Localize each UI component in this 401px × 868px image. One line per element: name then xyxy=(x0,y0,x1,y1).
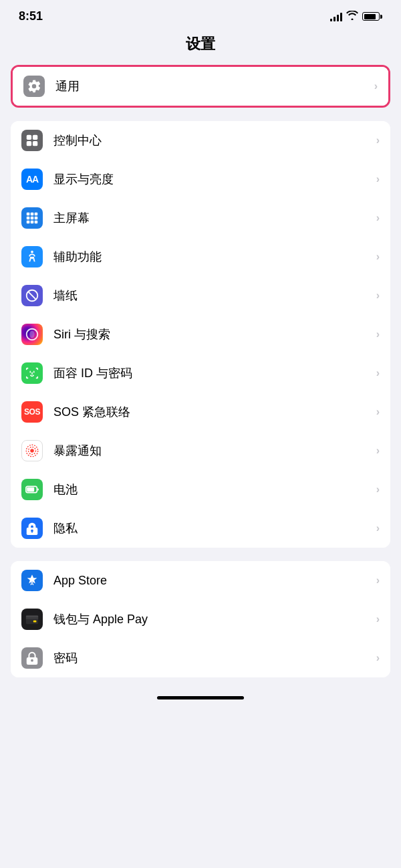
sos-icon: SOS xyxy=(21,401,43,423)
section-main: 控制中心 › AA 显示与亮度 › 主屏幕 › xyxy=(11,121,390,548)
display-label: 显示与亮度 xyxy=(53,171,376,187)
sos-label: SOS 紧急联络 xyxy=(53,404,376,420)
settings-item-general[interactable]: 通用 › xyxy=(13,67,388,106)
control-center-label: 控制中心 xyxy=(53,132,376,148)
svg-rect-0 xyxy=(27,135,31,140)
svg-rect-20 xyxy=(27,487,34,492)
exposure-chevron: › xyxy=(376,445,380,457)
wallet-icon xyxy=(21,609,43,630)
general-label: 通用 xyxy=(55,78,374,94)
sos-chevron: › xyxy=(376,406,380,418)
svg-rect-8 xyxy=(31,217,34,220)
wallet-chevron: › xyxy=(376,613,380,625)
svg-rect-6 xyxy=(35,213,38,216)
battery-icon xyxy=(362,12,382,21)
settings-item-sos[interactable]: SOS SOS 紧急联络 › xyxy=(11,393,390,431)
svg-rect-1 xyxy=(33,135,37,140)
exposure-label: 暴露通知 xyxy=(53,443,376,459)
siri-label: Siri 与搜索 xyxy=(53,326,376,342)
section-apps: A App Store › 钱包与 Apple Pay › 密码 xyxy=(11,561,390,677)
svg-rect-2 xyxy=(27,141,31,146)
svg-rect-7 xyxy=(27,217,30,220)
exposure-icon xyxy=(21,440,43,461)
page-title: 设置 xyxy=(0,29,401,65)
home-bar xyxy=(157,696,244,699)
passwords-icon xyxy=(21,647,43,669)
siri-chevron: › xyxy=(376,328,380,340)
battery-label: 电池 xyxy=(53,481,376,498)
svg-rect-28 xyxy=(26,616,38,617)
faceid-chevron: › xyxy=(376,367,380,379)
general-icon xyxy=(23,76,45,97)
section-general: 通用 › xyxy=(11,65,390,108)
siri-icon xyxy=(21,324,43,345)
accessibility-label: 辅助功能 xyxy=(53,249,376,265)
settings-item-appstore[interactable]: A App Store › xyxy=(11,561,390,600)
svg-text:A: A xyxy=(30,580,34,586)
homescreen-chevron: › xyxy=(376,212,380,224)
control-center-chevron: › xyxy=(376,134,380,146)
settings-item-faceid[interactable]: 面容 ID 与密码 › xyxy=(11,354,390,393)
svg-rect-23 xyxy=(31,531,32,533)
privacy-label: 隐私 xyxy=(53,520,376,536)
svg-rect-11 xyxy=(31,221,34,224)
general-chevron: › xyxy=(374,80,378,92)
display-chevron: › xyxy=(376,173,380,185)
battery-chevron: › xyxy=(376,483,380,496)
signal-icon xyxy=(330,12,342,21)
battery-settings-icon xyxy=(21,479,43,500)
status-time: 8:51 xyxy=(19,9,43,23)
privacy-chevron: › xyxy=(376,522,380,534)
svg-rect-9 xyxy=(35,217,38,220)
appstore-chevron: › xyxy=(376,574,380,586)
svg-rect-26 xyxy=(26,617,38,619)
accessibility-icon xyxy=(21,246,43,267)
svg-rect-3 xyxy=(33,141,37,146)
svg-point-13 xyxy=(31,251,33,253)
wallet-label: 钱包与 Apple Pay xyxy=(53,611,376,627)
settings-item-siri[interactable]: Siri 与搜索 › xyxy=(11,315,390,354)
settings-item-homescreen[interactable]: 主屏幕 › xyxy=(11,199,390,237)
passwords-label: 密码 xyxy=(53,650,376,666)
privacy-icon xyxy=(21,518,43,539)
homescreen-icon xyxy=(21,207,43,229)
wifi-icon xyxy=(346,11,358,22)
status-icons xyxy=(330,11,382,22)
faceid-icon xyxy=(21,362,43,384)
wallpaper-icon xyxy=(21,285,43,306)
display-icon: AA xyxy=(21,169,43,190)
svg-rect-12 xyxy=(35,221,38,224)
control-center-icon xyxy=(21,130,43,151)
settings-item-privacy[interactable]: 隐私 › xyxy=(11,509,390,548)
settings-item-control-center[interactable]: 控制中心 › xyxy=(11,121,390,160)
faceid-label: 面容 ID 与密码 xyxy=(53,365,376,381)
wallpaper-label: 墙纸 xyxy=(53,288,376,304)
appstore-icon: A xyxy=(21,570,43,591)
settings-item-display[interactable]: AA 显示与亮度 › xyxy=(11,160,390,199)
passwords-chevron: › xyxy=(376,652,380,664)
accessibility-chevron: › xyxy=(376,251,380,263)
settings-item-wallet[interactable]: 钱包与 Apple Pay › xyxy=(11,600,390,639)
settings-item-wallpaper[interactable]: 墙纸 › xyxy=(11,276,390,315)
svg-point-14 xyxy=(29,331,34,338)
svg-rect-10 xyxy=(27,221,30,224)
settings-item-accessibility[interactable]: 辅助功能 › xyxy=(11,237,390,276)
homescreen-label: 主屏幕 xyxy=(53,210,376,226)
appstore-label: App Store xyxy=(53,574,376,588)
svg-rect-5 xyxy=(31,213,34,216)
status-bar: 8:51 xyxy=(0,0,401,29)
svg-rect-27 xyxy=(33,621,37,623)
settings-item-exposure[interactable]: 暴露通知 › xyxy=(11,431,390,470)
wallpaper-chevron: › xyxy=(376,290,380,302)
svg-point-16 xyxy=(30,449,34,453)
home-indicator xyxy=(0,691,401,702)
settings-item-battery[interactable]: 电池 › xyxy=(11,470,390,509)
svg-rect-4 xyxy=(27,213,30,216)
svg-point-30 xyxy=(31,659,33,662)
settings-item-passwords[interactable]: 密码 › xyxy=(11,639,390,677)
